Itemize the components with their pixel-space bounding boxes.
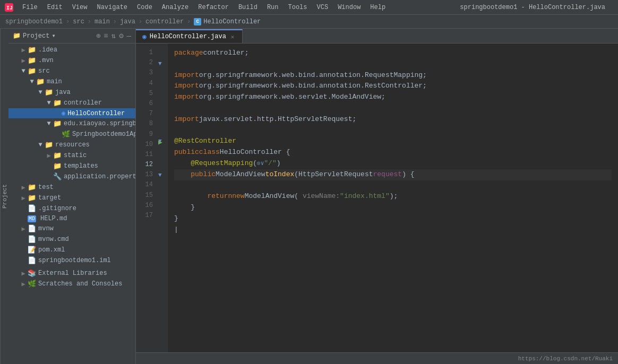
menu-code[interactable]: Code [133,3,157,12]
tab-hellocontroller[interactable]: ◉ HelloController.java ✕ [136,29,243,43]
linenum-13: 13 [136,170,157,180]
tree-item-test[interactable]: ▶ 📁 test [8,182,135,193]
code-line-4: import org.springframework.web.bind.anno… [174,81,612,92]
tree-item-scratches[interactable]: ▶ 🌿 Scratches and Consoles [8,279,135,289]
tree-item-target[interactable]: ▶ 📁 target [8,193,135,203]
linenum-10: 10 [136,140,157,150]
run-icon-12[interactable]: ▶ [158,138,162,146]
class-icon: C [194,18,201,25]
tree-item-templates[interactable]: 📁 templates [8,161,135,171]
tree-item-mvnw[interactable]: ▶ 📄 mvnw [8,223,135,234]
tree-item-main[interactable]: ▼ 📁 main [8,76,135,87]
prop-icon: 🔧 [53,172,62,181]
settings-icon[interactable]: ⚙ [119,31,123,40]
linenum-15: 15 [136,190,157,201]
tree-label-controller: controller [64,99,102,107]
tree-item-appprops[interactable]: 🔧 application.properties [8,171,135,182]
fold-icon-3[interactable]: ▼ [158,60,162,67]
tree-item-mvnwcmd[interactable]: 📄 mvnw.cmd [8,234,135,245]
linenum-4: 4 [136,79,157,89]
project-panel: 📁 Project ▾ ⊕ ≡ ⇅ ⚙ — ▶ 📁 .idea [8,29,136,364]
project-tab-label[interactable]: Project [0,29,8,364]
linenum-14: 14 [136,180,157,190]
tree-label-hellocontroller: HelloController [67,110,125,117]
project-title: 📁 Project ▾ [13,32,96,40]
menu-tools[interactable]: Tools [284,3,312,12]
code-line-10: public class HelloController { [174,147,612,158]
menu-edit[interactable]: Edit [43,3,67,12]
tree-label-pom: pom.xml [38,246,65,254]
linenum-7: 7 [136,109,157,119]
menu-run[interactable]: Run [263,3,283,12]
tree-label-mvn: .mvn [38,57,54,64]
code-editor[interactable]: package controller; import org.springfra… [168,44,618,352]
line-numbers: 1 2 3 4 5 6 7 8 9 10 11 12 13 14 15 16 1… [136,44,157,352]
tree-label-java: java [55,89,71,96]
menu-window[interactable]: Window [333,3,365,12]
window-title: springbootdemo1 - HelloController.java [460,4,605,11]
menu-refactor[interactable]: Refactor [194,3,233,12]
tab-close-button[interactable]: ✕ [229,33,236,41]
tree-label-idea: .idea [38,46,57,54]
tree-item-application[interactable]: 🌿 Springbootdemo1Application [8,129,135,140]
menu-build[interactable]: Build [234,3,262,12]
code-line-2 [174,59,612,70]
breadcrumb-controller[interactable]: controller [145,18,184,25]
menu-analyze[interactable]: Analyze [158,3,193,12]
menu-file[interactable]: File [18,3,42,12]
minimize-icon[interactable]: — [127,32,131,40]
tree-item-idea[interactable]: ▶ 📁 .idea [8,45,135,55]
project-dropdown-arrow[interactable]: ▾ [52,32,55,40]
menu-help[interactable]: Help [366,3,390,12]
breadcrumb-class[interactable]: C HelloController [194,18,261,25]
fold-icon-15[interactable]: ▼ [158,172,162,178]
tree-item-iml[interactable]: 📄 springbootdemo1.iml [8,255,135,266]
tree-item-external-libs[interactable]: ▶ 📚 External Libraries [8,268,135,279]
tree-item-src[interactable]: ▼ 📁 src [8,66,135,76]
tree-label-mvnwcmd: mvnw.cmd [38,236,69,243]
mvnw-icon: 📄 [28,224,36,233]
tree-label-edu: edu.xiaoyao.springbootdemo1 [64,120,135,127]
menu-vcs[interactable]: VCS [313,3,333,12]
status-bar: https://blog.csdn.net/Ruaki [136,352,618,364]
tree-item-gitignore[interactable]: 📄 .gitignore [8,203,135,214]
tree-label-main: main [47,78,62,85]
linenum-12: 12 [136,160,157,170]
tree-item-java[interactable]: ▼ 📁 java [8,87,135,98]
linenum-11: 11 [136,150,157,160]
sort-icon[interactable]: ≡ [104,32,108,40]
project-label: Project [23,32,49,40]
tree-item-resources[interactable]: ▼ 📁 resources [8,140,135,150]
breadcrumb-classname: HelloController [203,18,261,25]
scratches-icon: 🌿 [28,280,36,288]
breadcrumb-src[interactable]: src [73,18,84,25]
tree-item-static[interactable]: ▶ 📁 static [8,150,135,161]
menu-view[interactable]: View [68,3,92,12]
project-toolbar: ⊕ ≡ ⇅ ⚙ — [96,31,131,40]
folder-icon-static: 📁 [53,151,62,160]
folder-icon-controller: 📁 [53,99,62,107]
folder-icon-edu: 📁 [53,119,62,128]
code-line-8 [174,125,612,136]
linenum-17: 17 [136,211,157,221]
linenum-16: 16 [136,201,157,211]
code-container: 1 2 3 4 5 6 7 8 9 10 11 12 13 14 15 16 1… [136,44,618,352]
folder-icon-src: 📁 [28,67,36,75]
tree-item-hellocontroller[interactable]: ◉ HelloController [8,108,135,118]
tree-item-mvn[interactable]: ▶ 📁 .mvn [8,55,135,66]
collapse-all-icon[interactable]: ⊕ [96,31,100,40]
code-line-3: import org.springframework.web.bind.anno… [174,70,612,81]
tree-item-controller[interactable]: ▼ 📁 controller [8,98,135,108]
breadcrumb-main[interactable]: main [95,18,110,25]
code-line-16: } [174,213,612,224]
tree-item-helpmd[interactable]: MD HELP.md [8,214,135,223]
code-line-7: import javax.servlet.http.HttpServletReq… [174,114,612,125]
tree-label-static: static [64,152,87,159]
menu-bar: File Edit View Navigate Code Analyze Ref… [18,3,460,12]
breadcrumb-project[interactable]: springbootdemo1 [5,18,63,25]
tree-item-edu[interactable]: ▼ 📁 edu.xiaoyao.springbootdemo1 [8,118,135,129]
expand-icon[interactable]: ⇅ [111,31,116,40]
menu-navigate[interactable]: Navigate [92,3,132,12]
tree-item-pom[interactable]: 📝 pom.xml [8,245,135,255]
breadcrumb-java[interactable]: java [120,18,135,25]
